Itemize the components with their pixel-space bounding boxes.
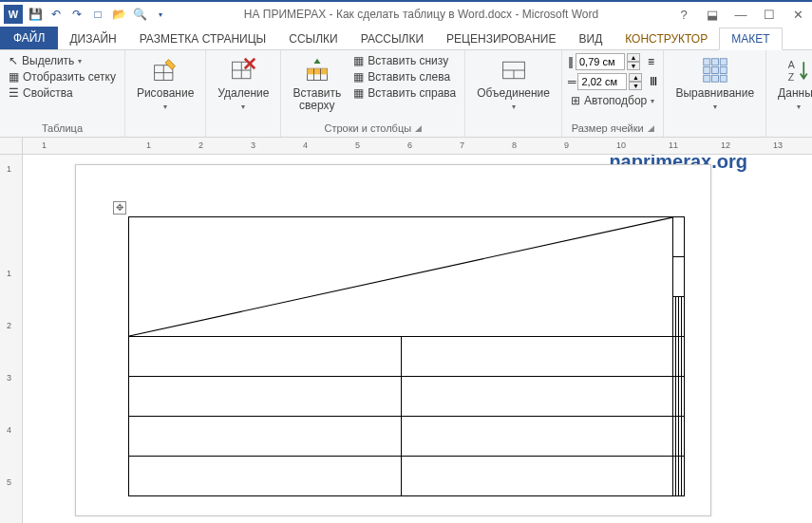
col-width-icon: ═ bbox=[568, 75, 576, 88]
table-cell[interactable] bbox=[401, 417, 673, 457]
open-icon[interactable]: 📂 bbox=[110, 6, 127, 23]
group-spacer bbox=[471, 121, 556, 134]
new-doc-icon[interactable]: □ bbox=[89, 6, 106, 23]
table-cell[interactable] bbox=[673, 217, 685, 257]
properties-label: Свойства bbox=[23, 86, 73, 100]
preview-icon[interactable]: 🔍 bbox=[131, 6, 148, 23]
svg-rect-9 bbox=[307, 68, 327, 74]
ribbon-collapse-icon[interactable]: ⬓ bbox=[702, 8, 723, 22]
row-height-input[interactable] bbox=[576, 53, 625, 70]
width-up-icon[interactable]: ▲ bbox=[629, 73, 642, 82]
maximize-icon[interactable]: ☐ bbox=[759, 8, 780, 22]
minimize-icon[interactable]: — bbox=[730, 8, 751, 22]
draw-label: Рисование bbox=[137, 86, 194, 100]
tab-mailings[interactable]: РАССЫЛКИ bbox=[349, 28, 435, 49]
height-down-icon[interactable]: ▼ bbox=[627, 62, 640, 70]
group-label-cell-size: Размер ячейки bbox=[572, 122, 644, 134]
insert-below-button[interactable]: ▦ Вставить снизу bbox=[350, 53, 459, 68]
merge-cells-icon bbox=[499, 55, 529, 85]
horizontal-ruler[interactable]: 112345678910111213 bbox=[23, 138, 812, 154]
table-cell[interactable] bbox=[129, 417, 402, 457]
autofit-button[interactable]: ⊞ Автоподбор ▾ bbox=[568, 93, 658, 108]
insert-below-icon: ▦ bbox=[353, 54, 364, 67]
tab-table-design[interactable]: КОНСТРУКТОР bbox=[614, 28, 719, 49]
properties-button[interactable]: ☰ Свойства bbox=[6, 85, 119, 101]
draw-button[interactable]: Рисование▾ bbox=[131, 53, 199, 121]
col-width-input[interactable] bbox=[577, 73, 627, 90]
align-grid-icon bbox=[700, 55, 730, 85]
group-label-rows-cols: Строки и столбцы bbox=[324, 122, 411, 134]
data-button[interactable]: AZ Данные▾ bbox=[772, 53, 812, 121]
svg-rect-19 bbox=[711, 67, 718, 74]
table-cell[interactable] bbox=[401, 457, 673, 496]
insert-left-button[interactable]: ▦ Вставить слева bbox=[350, 69, 459, 84]
dialog-launcher-icon[interactable]: ◢ bbox=[415, 123, 422, 133]
insert-above-button[interactable]: Вставитьсверху bbox=[287, 53, 347, 121]
table-cell[interactable] bbox=[682, 417, 685, 457]
table-cell[interactable] bbox=[129, 377, 402, 417]
chevron-down-icon: ▾ bbox=[797, 103, 801, 111]
svg-rect-22 bbox=[711, 75, 718, 82]
width-down-icon[interactable]: ▼ bbox=[629, 82, 642, 90]
tab-design[interactable]: ДИЗАЙН bbox=[58, 28, 127, 49]
ruler-corner bbox=[0, 138, 23, 154]
tab-file[interactable]: ФАЙЛ bbox=[0, 27, 58, 49]
dialog-launcher-icon[interactable]: ◢ bbox=[648, 123, 654, 133]
vertical-ruler[interactable]: 112345 bbox=[0, 155, 23, 523]
select-button[interactable]: ↖ Выделить ▾ bbox=[6, 53, 119, 68]
tab-references[interactable]: ССЫЛКИ bbox=[277, 28, 349, 49]
svg-rect-15 bbox=[704, 59, 710, 65]
merge-label: Объединение bbox=[477, 86, 550, 100]
table-cell[interactable] bbox=[682, 297, 685, 337]
qat-customize-icon[interactable]: ▾ bbox=[152, 6, 169, 23]
undo-icon[interactable]: ↶ bbox=[47, 6, 65, 23]
distribute-cols-icon[interactable]: Ⅲ bbox=[650, 75, 657, 88]
word-app-icon: W bbox=[4, 5, 23, 24]
svg-rect-16 bbox=[711, 59, 718, 65]
svg-text:Z: Z bbox=[787, 71, 794, 83]
table-cell[interactable] bbox=[682, 377, 685, 417]
tab-view[interactable]: ВИД bbox=[568, 28, 614, 49]
select-label: Выделить bbox=[22, 54, 74, 67]
height-up-icon[interactable]: ▲ bbox=[627, 53, 640, 62]
distribute-rows-icon[interactable]: ≡ bbox=[648, 55, 654, 68]
table-move-handle-icon[interactable]: ✥ bbox=[113, 201, 126, 215]
tab-table-layout[interactable]: МАКЕТ bbox=[719, 28, 782, 50]
alignment-button[interactable]: Выравнивание▾ bbox=[670, 53, 760, 121]
window-title: НА ПРИМЕРАХ - Как сделать таблицу в Word… bbox=[169, 8, 673, 21]
close-icon[interactable]: ✕ bbox=[787, 8, 808, 22]
insert-right-button[interactable]: ▦ Вставить справа bbox=[350, 85, 459, 101]
table-cell[interactable] bbox=[129, 457, 402, 496]
table-cell[interactable] bbox=[673, 257, 685, 297]
insert-below-label: Вставить снизу bbox=[368, 54, 448, 67]
table-cell[interactable] bbox=[401, 337, 673, 377]
table-cell[interactable] bbox=[401, 377, 673, 417]
save-icon[interactable]: 💾 bbox=[27, 6, 44, 23]
chevron-down-icon: ▾ bbox=[651, 97, 654, 105]
group-spacer bbox=[212, 121, 274, 134]
table-cell[interactable] bbox=[682, 457, 685, 496]
show-grid-button[interactable]: ▦ Отобразить сетку bbox=[6, 69, 119, 84]
insert-above-l1: Вставить bbox=[293, 86, 341, 100]
data-label: Данные bbox=[778, 86, 812, 100]
table-cell[interactable] bbox=[682, 337, 685, 377]
row-height-icon: ‖ bbox=[568, 55, 574, 68]
document-table[interactable] bbox=[128, 216, 685, 496]
chevron-down-icon: ▾ bbox=[241, 103, 245, 111]
alignment-label: Выравнивание bbox=[675, 86, 754, 100]
redo-icon[interactable]: ↷ bbox=[68, 6, 85, 23]
insert-above-l2: сверху bbox=[299, 99, 334, 112]
delete-button[interactable]: Удаление▾ bbox=[212, 53, 274, 121]
group-label-table: Таблица bbox=[6, 121, 119, 134]
svg-rect-20 bbox=[720, 67, 727, 74]
document-area[interactable]: naprimerax.org ✥ bbox=[23, 155, 812, 523]
cursor-icon: ↖ bbox=[9, 54, 18, 67]
pencil-table-icon bbox=[150, 55, 180, 85]
table-cell-merged[interactable] bbox=[129, 217, 673, 337]
merge-button[interactable]: Объединение▾ bbox=[471, 53, 556, 121]
help-icon[interactable]: ? bbox=[673, 8, 694, 22]
delete-label: Удаление bbox=[217, 86, 269, 100]
table-cell[interactable] bbox=[129, 337, 402, 377]
tab-page-layout[interactable]: РАЗМЕТКА СТРАНИЦЫ bbox=[128, 28, 278, 49]
tab-review[interactable]: РЕЦЕНЗИРОВАНИЕ bbox=[435, 28, 567, 49]
